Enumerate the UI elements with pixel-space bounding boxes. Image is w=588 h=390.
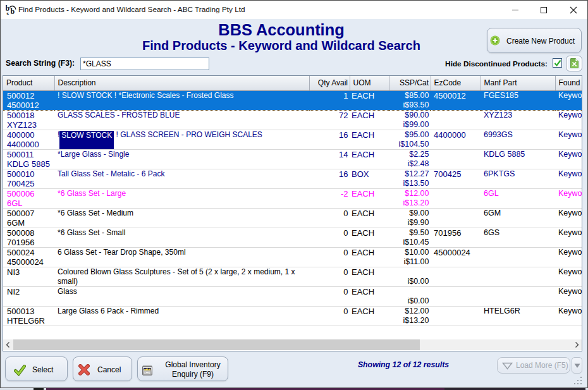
svg-text:b: b xyxy=(11,7,15,16)
